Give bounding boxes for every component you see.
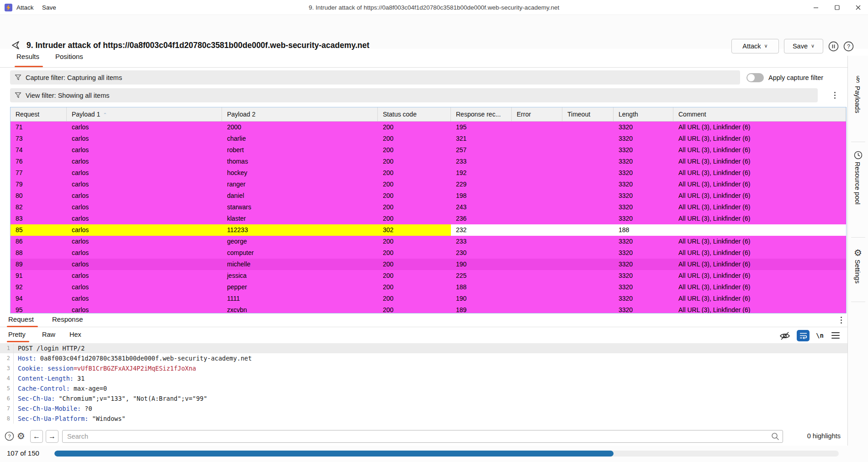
editor-menu-button[interactable] [831, 332, 840, 339]
line-number: 6 [0, 393, 14, 404]
message-menu-button[interactable] [837, 317, 845, 324]
cell: 200 [378, 190, 451, 202]
table-row-request-91[interactable]: 91carlosjessica2002253320All URL (3), Li… [11, 270, 846, 281]
cell: 95 [11, 304, 67, 313]
column-header-response-rec-[interactable]: Response rec... [451, 107, 512, 121]
close-button[interactable] [849, 0, 867, 15]
cell: 302 [378, 224, 451, 236]
sidebar-item-settings[interactable]: Settings [854, 260, 861, 283]
search-magnifier-icon[interactable] [771, 432, 779, 442]
table-row-request-94[interactable]: 94carlos11112001903320All URL (3), Linkf… [11, 293, 846, 304]
column-header-status-code[interactable]: Status code [378, 107, 451, 121]
editor-line-7[interactable]: 7Sec-Ch-Ua-Mobile: ?0 [0, 404, 847, 414]
subtab-raw[interactable]: Raw [42, 331, 55, 338]
cell: All URL (3), Linkfinder (6) [673, 259, 846, 270]
editor-line-5[interactable]: 5Cache-Control: max-age=0 [0, 383, 847, 393]
table-row-request-82[interactable]: 82carlosstarwars2002433320All URL (3), L… [11, 202, 846, 213]
search-help-icon[interactable]: ? [4, 430, 15, 441]
table-row-request-86[interactable]: 86carlosgeorge2002333320All URL (3), Lin… [11, 236, 846, 247]
apply-capture-filter-toggle[interactable] [746, 73, 764, 82]
cell: All URL (3), Linkfinder (6) [673, 179, 846, 190]
cell: carlos [67, 213, 222, 224]
search-input[interactable] [62, 430, 783, 443]
subtab-pretty[interactable]: Pretty [8, 331, 26, 338]
maximize-button[interactable] [828, 0, 846, 15]
cell: ranger [222, 179, 378, 190]
cell: 94 [11, 293, 67, 304]
cell: 200 [378, 293, 451, 304]
column-header-timeout[interactable]: Timeout [562, 107, 614, 121]
right-sidebar: § Payloads Resource pool ⚙ Settings [847, 56, 868, 446]
table-row-request-76[interactable]: 76carlosthomas2002333320All URL (3), Lin… [11, 156, 846, 167]
tab-positions[interactable]: Positions [55, 53, 83, 60]
show-newlines-button[interactable]: \n [816, 332, 824, 339]
cell: 3320 [614, 213, 673, 224]
attack-progress-fill [54, 451, 614, 457]
tab-results[interactable]: Results [16, 53, 39, 60]
svg-text:?: ? [8, 433, 11, 439]
view-filter-menu-button[interactable] [831, 92, 839, 99]
table-row-request-74[interactable]: 74carlosrobert2002573320All URL (3), Lin… [11, 144, 846, 156]
highlights-count: 0 highlights [795, 432, 841, 440]
column-header-payload-2[interactable]: Payload 2 [222, 107, 378, 121]
cell: carlos [67, 259, 222, 270]
column-header-payload-1[interactable]: Payload 1⌃ [67, 107, 222, 121]
editor-line-8[interactable]: 8Sec-Ch-Ua-Platform: "Windows" [0, 414, 847, 424]
editor-line-4[interactable]: 4Content-Length: 31 [0, 373, 847, 383]
search-settings-gear-icon[interactable]: ⚙ [16, 430, 26, 441]
table-row-request-77[interactable]: 77carloshockey2001923320All URL (3), Lin… [11, 167, 846, 179]
cell [512, 281, 562, 293]
column-header-request[interactable]: Request [11, 107, 67, 121]
editor-line-2[interactable]: 2Host: 0a8f003c04f1d20780c3581b00de000f.… [0, 353, 847, 363]
cell: 200 [378, 179, 451, 190]
tab-request[interactable]: Request [8, 315, 34, 323]
word-wrap-button[interactable] [797, 330, 810, 341]
sidebar-item-payloads[interactable]: Payloads [854, 86, 861, 113]
editor-line-3[interactable]: 3Cookie: session=vUfB1CrBGZFxAXJ4P2iMqES… [0, 363, 847, 373]
tab-response[interactable]: Response [52, 315, 83, 323]
table-row-request-89[interactable]: 89carlosmichelle2001903320All URL (3), L… [11, 259, 846, 270]
cell: 200 [378, 213, 451, 224]
table-row-request-83[interactable]: 83carlosklaster2002363320All URL (3), Li… [11, 213, 846, 224]
cell [673, 224, 846, 236]
request-editor[interactable]: 1POST /login HTTP/22Host: 0a8f003c04f1d2… [0, 343, 847, 426]
capture-filter-bar[interactable]: Capture filter: Capturing all items [10, 70, 740, 85]
view-filter-bar[interactable]: View filter: Showing all items [10, 88, 818, 102]
cell: 190 [451, 293, 512, 304]
column-header-length[interactable]: Length [614, 107, 673, 121]
menu-attack[interactable]: Attack [14, 0, 37, 15]
table-row-request-85[interactable]: 85carlos112233302232188 [11, 224, 846, 236]
minimize-button[interactable] [807, 0, 825, 15]
search-previous-button[interactable]: ← [30, 430, 43, 443]
cell: 200 [378, 247, 451, 259]
table-row-request-80[interactable]: 80carlosdaniel2001983320All URL (3), Lin… [11, 190, 846, 202]
line-number: 4 [0, 373, 14, 383]
table-row-request-73[interactable]: 73carloscharlie2003213320All URL (3), Li… [11, 133, 846, 144]
cell: All URL (3), Linkfinder (6) [673, 190, 846, 202]
subtab-hex[interactable]: Hex [69, 331, 81, 338]
table-row-request-92[interactable]: 92carlospepper2001883320All URL (3), Lin… [11, 281, 846, 293]
payloads-section-icon: § [853, 74, 863, 84]
search-next-button[interactable]: → [46, 430, 58, 443]
cell [562, 179, 614, 190]
cell [562, 122, 614, 133]
editor-line-6[interactable]: 6Sec-Ch-Ua: "Chromium";v="133", "Not(A:B… [0, 393, 847, 404]
cell: 232 [451, 224, 512, 236]
sidebar-item-resource-pool[interactable]: Resource pool [854, 162, 861, 205]
table-row-request-95[interactable]: 95carloszxcvbn2001893320All URL (3), Lin… [11, 304, 846, 313]
chevron-down-icon: ∨ [811, 43, 815, 49]
cell: 3320 [614, 202, 673, 213]
apply-capture-filter-label: Apply capture filter [768, 73, 823, 82]
menu-save[interactable]: Save [39, 0, 59, 15]
editor-line-1[interactable]: 1POST /login HTTP/2 [0, 343, 847, 353]
resource-pool-clock-icon [853, 150, 863, 160]
column-header-comment[interactable]: Comment [673, 107, 846, 121]
table-row-request-71[interactable]: 71carlos20002001953320All URL (3), Linkf… [11, 122, 846, 133]
line-content: Sec-Ch-Ua-Mobile: ?0 [14, 404, 92, 414]
table-row-request-88[interactable]: 88carloscomputer2002303320All URL (3), L… [11, 247, 846, 259]
toggle-knob [747, 74, 755, 81]
active-tab-underline [7, 326, 38, 327]
table-row-request-79[interactable]: 79carlosranger2002293320All URL (3), Lin… [11, 179, 846, 190]
hide-nonprintable-icon[interactable] [779, 331, 790, 343]
column-header-error[interactable]: Error [512, 107, 562, 121]
